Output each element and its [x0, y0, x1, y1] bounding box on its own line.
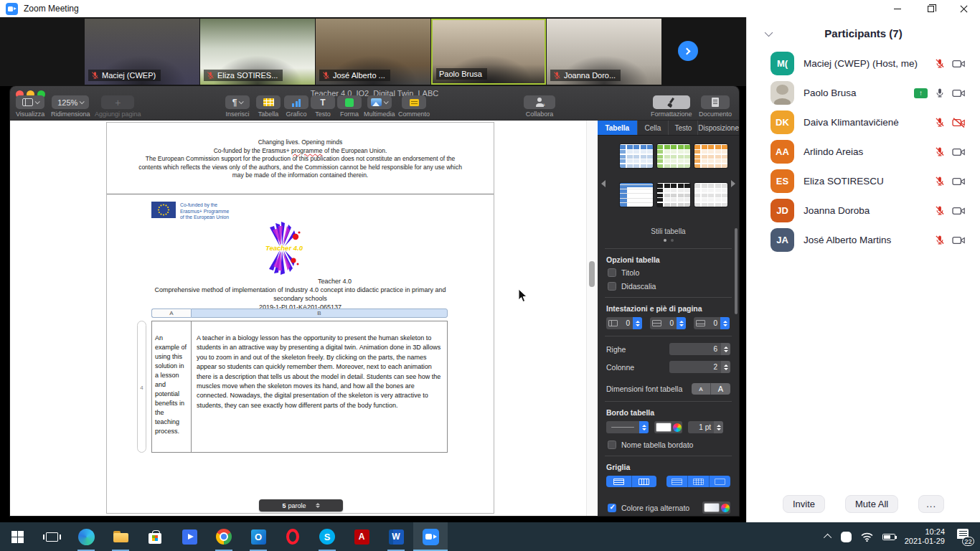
border-color-well[interactable]	[654, 421, 682, 433]
stepper-buttons[interactable]	[720, 317, 730, 329]
word-count-pill[interactable]: 5 parole	[259, 499, 343, 512]
table-style-plain-blue[interactable]	[620, 183, 653, 207]
inner-grid-button[interactable]	[688, 476, 710, 487]
tray-expand-icon[interactable]	[824, 534, 831, 542]
minimize-button[interactable]	[881, 0, 914, 17]
notification-center-button[interactable]: 22	[954, 529, 973, 545]
columns-value-field[interactable]: 2	[669, 361, 721, 373]
styles-prev-arrow[interactable]	[601, 180, 606, 187]
footer-rows-stepper[interactable]: 0	[694, 317, 730, 329]
checkbox-icon[interactable]	[608, 268, 616, 277]
alternating-row-color-row[interactable]: Colore riga alternato	[608, 501, 730, 514]
video-tile[interactable]: José Alberto ...	[316, 19, 430, 85]
maximize-button[interactable]	[914, 0, 947, 17]
document-page[interactable]: Changing lives. Opening minds Co-funded …	[106, 122, 494, 514]
font-size-buttons[interactable]: A A	[692, 383, 730, 395]
insert-button[interactable]: ¶ Inserisci	[225, 95, 250, 118]
increase-font-button[interactable]: A	[711, 383, 730, 395]
table-style-orange[interactable]	[694, 144, 727, 168]
document-table[interactable]: An example of using this solution in a l…	[151, 321, 448, 453]
table-column-header-a[interactable]: A	[151, 309, 191, 318]
color-swatch[interactable]	[656, 423, 672, 432]
border-width-stepper[interactable]: 1 pt	[688, 421, 723, 433]
checkbox-checked-icon[interactable]	[608, 504, 616, 512]
video-tile[interactable]: Joanna Doro...	[547, 19, 661, 85]
taskbar-opera[interactable]	[275, 522, 310, 551]
battery-icon[interactable]	[882, 534, 895, 540]
view-button[interactable]: Visualizza	[16, 95, 44, 118]
stepper-buttons[interactable]	[721, 361, 730, 373]
header-columns-stepper[interactable]: 0	[606, 317, 642, 329]
table-column-header-b[interactable]: B	[191, 309, 448, 318]
outer-grid-button[interactable]	[710, 476, 730, 487]
carousel-dots[interactable]	[598, 239, 739, 242]
video-tile[interactable]: Maciej (CWEP)	[85, 19, 199, 85]
tab-disposizione[interactable]: Disposizione	[698, 121, 739, 135]
participant-row[interactable]: JD Joanna Doroba	[747, 196, 980, 225]
participant-row[interactable]: AA Arlindo Areias	[747, 137, 980, 166]
tab-tabella[interactable]: Tabella	[598, 121, 638, 135]
border-style-dropdown[interactable]	[606, 421, 649, 433]
invite-button[interactable]: Invite	[783, 495, 825, 513]
horizontal-grid-button[interactable]	[606, 476, 632, 487]
next-videos-button[interactable]	[678, 41, 698, 61]
more-options-button[interactable]: ...	[918, 495, 944, 513]
format-button[interactable]: Formattazione	[651, 95, 692, 118]
taskbar-outlook[interactable]	[241, 522, 275, 551]
title-checkbox-row[interactable]: Titolo	[608, 268, 730, 277]
taskbar-acrobat[interactable]	[344, 522, 379, 551]
stepper-buttons[interactable]	[714, 421, 723, 433]
taskbar-skype[interactable]	[310, 522, 344, 551]
styles-next-arrow[interactable]	[731, 180, 735, 187]
stepper-buttons[interactable]	[639, 421, 649, 433]
stepper-buttons[interactable]	[633, 317, 642, 329]
document-scrollbar[interactable]	[586, 121, 596, 516]
checkbox-icon[interactable]	[608, 282, 616, 291]
text-button[interactable]: T Testo	[311, 95, 335, 118]
stepper-buttons[interactable]	[721, 343, 730, 355]
media-button[interactable]: Multimedia	[364, 95, 395, 118]
onedrive-icon[interactable]	[841, 532, 852, 542]
mute-all-button[interactable]: Mute All	[845, 495, 898, 513]
participant-row[interactable]: DK Daiva Klimantavičienė	[747, 108, 980, 137]
tab-testo[interactable]: Testo	[669, 121, 698, 135]
checkbox-icon[interactable]	[608, 441, 616, 449]
table-row-handle[interactable]: 4	[137, 321, 146, 453]
table-style-green[interactable]	[657, 144, 690, 168]
color-wheel-icon[interactable]	[721, 504, 730, 512]
alt-row-color-well[interactable]	[702, 501, 730, 514]
header-rows-stepper[interactable]: 0	[650, 317, 686, 329]
vertical-grid-button[interactable]	[632, 476, 657, 487]
rows-value-field[interactable]: 6	[669, 343, 721, 355]
tab-cella[interactable]: Cella	[638, 121, 669, 135]
shape-button[interactable]: Forma	[337, 95, 362, 118]
header-grid-button[interactable]	[666, 476, 688, 487]
add-page-button[interactable]: + Aggiungi pagina	[95, 95, 141, 118]
participant-row[interactable]: Paolo Brusa	[747, 78, 980, 108]
scrollbar-thumb[interactable]	[589, 261, 595, 287]
sidebar-scrollbar-thumb[interactable]	[735, 228, 738, 314]
task-view-button[interactable]	[34, 522, 69, 551]
comment-button[interactable]: Commento	[398, 95, 430, 118]
taskbar-movies[interactable]	[172, 522, 207, 551]
table-cell-a[interactable]: An example of using this solution in a l…	[152, 321, 192, 452]
taskbar-chrome[interactable]	[207, 522, 241, 551]
table-button[interactable]: Tabella	[256, 95, 281, 118]
table-style-blue[interactable]	[620, 144, 653, 168]
chart-button[interactable]: Grafico	[284, 95, 308, 118]
video-tile[interactable]: Eliza SOTIRES...	[200, 19, 315, 85]
taskbar-store[interactable]	[138, 522, 172, 551]
collaborate-button[interactable]: + Collabora	[524, 95, 555, 118]
taskbar-file-explorer[interactable]	[103, 522, 138, 551]
taskbar-word[interactable]	[379, 522, 413, 551]
close-button[interactable]	[947, 0, 980, 17]
taskbar-zoom[interactable]	[413, 522, 448, 551]
clock[interactable]: 10:24 2021-01-29	[905, 527, 945, 547]
table-outline-checkbox-row[interactable]: Nome tabella bordato	[608, 441, 730, 449]
video-tile-active-speaker[interactable]: Paolo Brusa	[431, 19, 546, 85]
table-cell-b[interactable]: A teacher in a biology lesson has the op…	[192, 321, 447, 452]
zoom-level-button[interactable]: 125% Ridimensiona	[51, 95, 90, 118]
stepper-buttons[interactable]	[677, 317, 686, 329]
participant-row[interactable]: M( Maciej (CWEP) (Host, me)	[747, 49, 980, 78]
table-style-black[interactable]	[657, 183, 690, 207]
